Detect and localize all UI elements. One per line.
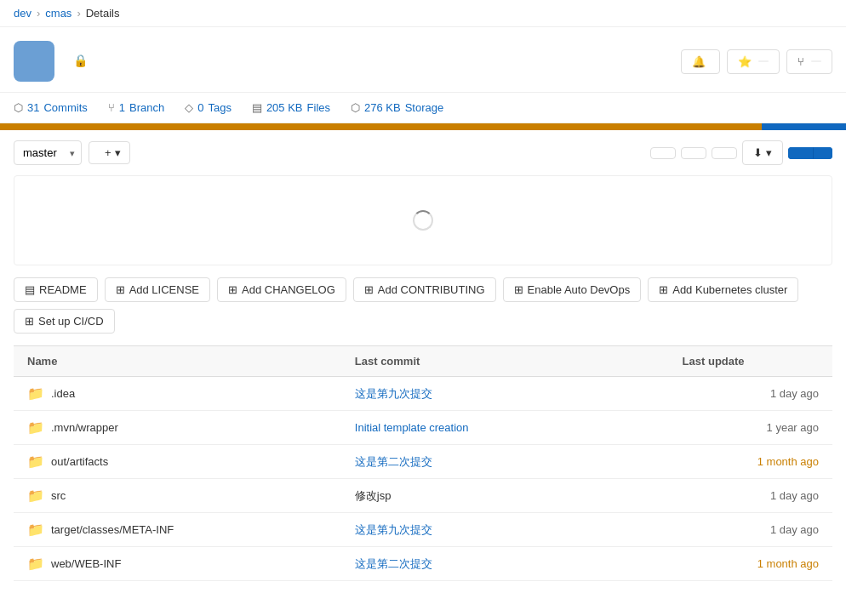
file-table-header: Name Last commit Last update (14, 346, 832, 377)
history-button[interactable] (650, 147, 676, 159)
file-table-body: 📁 .idea 这是第九次提交 1 day ago 📁 .mvn/wrapper… (14, 377, 832, 581)
star-button[interactable]: ⭐ (727, 49, 780, 74)
branch-label: Branch (129, 101, 164, 114)
add-kubernetes-button[interactable]: ⊞ Add Kubernetes cluster (648, 277, 798, 302)
project-details: 🔒 (68, 54, 88, 69)
breadcrumb-dev[interactable]: dev (14, 7, 31, 20)
file-name-wrapper: 📁 web/WEB-INF (27, 556, 328, 572)
table-row: 📁 .mvn/wrapper Initial template creation… (14, 411, 832, 445)
add-contributing-icon: ⊞ (364, 283, 374, 296)
file-link[interactable]: src (51, 489, 66, 502)
add-contributing-label: Add CONTRIBUTING (378, 283, 485, 296)
fork-button[interactable]: ⑂ (786, 49, 832, 74)
update-cell: 1 day ago (669, 513, 832, 547)
stat-storage[interactable]: ⬡ 276 KB Storage (351, 101, 443, 114)
web-ide-button[interactable] (712, 147, 737, 159)
commit-cell: 修改jsp (341, 479, 669, 513)
stat-tags[interactable]: ◇ 0 Tags (185, 101, 232, 114)
storage-value: 276 KB (364, 101, 401, 114)
commit-cell: 这是第二次提交 (341, 547, 669, 581)
files-label: Files (307, 101, 330, 114)
enable-auto-devops-button[interactable]: ⊞ Enable Auto DevOps (503, 277, 642, 302)
download-button[interactable]: ⬇ ▾ (742, 140, 783, 165)
folder-icon: 📁 (27, 522, 44, 538)
update-cell: 1 day ago (669, 377, 832, 411)
file-link[interactable]: out/artifacts (51, 455, 108, 468)
storage-label: Storage (405, 101, 444, 114)
storage-progress-bar (0, 123, 846, 130)
breadcrumb-sep-2: › (77, 7, 80, 20)
file-link[interactable]: .mvn/wrapper (51, 421, 118, 434)
clone-main-button[interactable] (788, 147, 814, 159)
stat-branch[interactable]: ⑂ 1 Branch (108, 101, 164, 114)
cicd-icon: ⊞ (25, 315, 34, 328)
star-icon: ⭐ (738, 55, 752, 68)
files-icon: ▤ (252, 101, 262, 114)
star-count (758, 60, 769, 62)
kubernetes-icon: ⊞ (659, 283, 668, 296)
add-contributing-button[interactable]: ⊞ Add CONTRIBUTING (353, 277, 496, 302)
branch-value: 1 (119, 101, 125, 114)
file-link[interactable]: web/WEB-INF (51, 557, 121, 570)
tags-value: 0 (197, 101, 203, 114)
quick-links-bar: ▤ README ⊞ Add LICENSE ⊞ Add CHANGELOG ⊞… (0, 265, 846, 345)
kubernetes-label: Add Kubernetes cluster (672, 283, 787, 296)
breadcrumb-sep-1: › (37, 7, 40, 20)
branch-select-wrapper: master (14, 140, 82, 165)
progress-bar-fill (0, 123, 846, 130)
table-header-row: Name Last commit Last update (14, 346, 832, 377)
stat-files[interactable]: ▤ 205 KB Files (252, 101, 330, 114)
stat-commits[interactable]: ⬡ 31 Commits (14, 101, 88, 114)
notifications-button[interactable]: 🔔 (681, 49, 720, 74)
commit-cell: 这是第二次提交 (341, 445, 669, 479)
file-name-wrapper: 📁 src (27, 488, 328, 504)
clone-arrow-button[interactable] (814, 147, 832, 159)
commit-link[interactable]: 这是第二次提交 (355, 557, 432, 570)
loading-area (14, 175, 832, 265)
file-link[interactable]: target/classes/META-INF (51, 523, 174, 536)
path-add-btn[interactable]: + ▾ (105, 146, 121, 159)
breadcrumb-current: Details (86, 7, 120, 20)
branch-icon: ⑂ (108, 101, 115, 114)
cicd-label: Set up CI/CD (38, 315, 104, 328)
setup-cicd-button[interactable]: ⊞ Set up CI/CD (14, 309, 115, 334)
repo-toolbar: master + ▾ ⬇ ▾ (0, 130, 846, 175)
commit-cell: Initial template creation (341, 411, 669, 445)
commits-icon: ⬡ (14, 101, 23, 114)
file-name-cell: 📁 target/classes/META-INF (14, 513, 341, 547)
add-arrow-icon: ▾ (115, 146, 121, 159)
update-cell: 1 month ago (669, 547, 832, 581)
fork-count (811, 60, 821, 62)
breadcrumb: dev › cmas › Details (0, 0, 846, 27)
download-icon: ⬇ (753, 146, 763, 159)
folder-icon: 📁 (27, 419, 44, 436)
lock-icon: 🔒 (73, 54, 88, 67)
tags-label: Tags (208, 101, 231, 114)
stats-bar: ⬡ 31 Commits ⑂ 1 Branch ◇ 0 Tags ▤ 205 K… (0, 93, 846, 123)
project-info: 🔒 (14, 41, 88, 82)
update-cell: 1 day ago (669, 479, 832, 513)
files-value: 205 KB (266, 101, 303, 114)
col-header-commit: Last commit (341, 346, 669, 377)
commit-link[interactable]: 这是第九次提交 (355, 523, 432, 536)
commits-label: Commits (43, 101, 87, 114)
table-row: 📁 out/artifacts 这是第二次提交 1 month ago (14, 445, 832, 479)
branch-select[interactable]: master (14, 140, 82, 165)
readme-label: README (39, 283, 87, 296)
tags-icon: ◇ (185, 101, 193, 114)
file-name-wrapper: 📁 .idea (27, 385, 328, 402)
add-license-button[interactable]: ⊞ Add LICENSE (105, 277, 210, 302)
commit-link[interactable]: 这是第九次提交 (355, 387, 432, 400)
breadcrumb-cmas[interactable]: cmas (45, 7, 71, 20)
commit-link[interactable]: 这是第二次提交 (355, 455, 432, 468)
file-link[interactable]: .idea (51, 387, 75, 400)
commit-link[interactable]: Initial template creation (355, 421, 469, 434)
readme-button[interactable]: ▤ README (14, 277, 98, 302)
col-header-update: Last update (669, 346, 832, 377)
path-display: + ▾ (89, 141, 130, 164)
toolbar-left: master + ▾ (14, 140, 130, 165)
file-name-cell: 📁 out/artifacts (14, 445, 341, 479)
find-file-button[interactable] (681, 147, 706, 159)
add-changelog-button[interactable]: ⊞ Add CHANGELOG (217, 277, 346, 302)
toolbar-right: ⬇ ▾ (650, 140, 832, 165)
